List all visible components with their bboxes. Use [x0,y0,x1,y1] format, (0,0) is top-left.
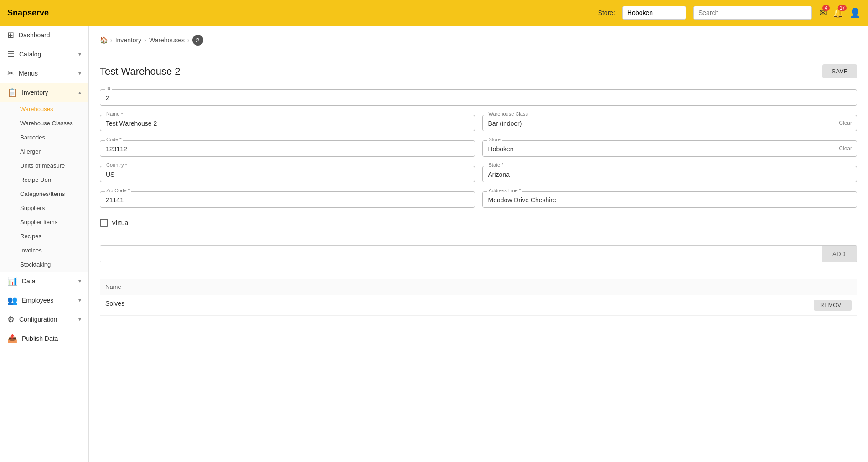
field-id: Id [100,89,857,106]
remove-button[interactable]: REMOVE [814,300,852,311]
app-logo: Snapserve [7,8,591,18]
sidebar-item-invoices[interactable]: Invoices [0,243,88,257]
chevron-down-icon: ▾ [78,297,81,303]
field-code-input[interactable] [106,144,469,154]
virtual-label: Virtual [112,219,129,226]
sidebar-item-barcodes[interactable]: Barcodes [0,130,88,144]
store-input[interactable] [622,6,686,20]
user-avatar-button[interactable]: 👤 [849,7,861,18]
form-row-code: Code * Store Clear [100,140,857,157]
field-store-input[interactable] [488,144,852,154]
sidebar-item-label: Dashboard [19,31,81,39]
form-row-name: Name * Warehouse Class Clear [100,115,857,131]
field-state-label: State * [487,162,505,168]
sidebar-item-publish-data[interactable]: 📤 Publish Data [0,329,88,348]
inventory-icon: 📋 [7,87,17,98]
form-row-id: Id [100,89,857,106]
sidebar-item-units-of-measure[interactable]: Units of measure [0,159,88,173]
breadcrumb-home[interactable]: 🏠 [100,36,108,44]
warehouse-class-clear-button[interactable]: Clear [839,120,852,126]
sidebar-item-stocktaking[interactable]: Stocktaking [0,257,88,272]
form-row-country: Country * State * [100,166,857,182]
field-state: State * [482,166,858,182]
form-row-zip: Zip Code * Address Line * [100,191,857,208]
field-store: Store Clear [482,140,858,157]
sidebar-item-label: Data [22,277,74,285]
page-header: Test Warehouse 2 SAVE [100,64,857,78]
sidebar-item-supplier-items[interactable]: Supplier items [0,215,88,229]
virtual-checkbox[interactable] [100,219,108,227]
sidebar-item-label: Publish Data [22,335,81,342]
field-address-label: Address Line * [487,188,523,193]
breadcrumb: 🏠 › Inventory › Warehouses › 2 [100,35,857,46]
chevron-down-icon: ▾ [78,51,81,57]
app-body: ⊞ Dashboard ☰ Catalog ▾ ✂ Menus ▾ 📋 Inve… [0,26,868,462]
header: Snapserve Store: ✉ 4 🔔 17 👤 [0,0,868,26]
breadcrumb-warehouses[interactable]: Warehouses [149,36,185,44]
sidebar-item-inventory[interactable]: 📋 Inventory ▴ [0,83,88,102]
data-table: Name Solves REMOVE [100,279,857,316]
field-name-label: Name * [105,111,124,117]
field-country: Country * [100,166,475,182]
sidebar-item-catalog[interactable]: ☰ Catalog ▾ [0,45,88,64]
sidebar-inventory-submenu: Warehouses Warehouse Classes Barcodes Al… [0,102,88,272]
notification-button[interactable]: 🔔 17 [832,7,844,18]
sidebar-item-label: Menus [19,70,74,77]
sidebar-item-label: Inventory [22,89,74,96]
add-button[interactable]: ADD [822,245,857,262]
field-state-input[interactable] [488,170,852,179]
chevron-down-icon: ▾ [78,278,81,284]
field-warehouse-class: Warehouse Class Clear [482,115,858,131]
sidebar-item-configuration[interactable]: ⚙ Configuration ▾ [0,310,88,329]
dashboard-icon: ⊞ [7,30,14,40]
field-zip: Zip Code * [100,191,475,208]
page-divider [100,55,857,55]
sidebar-item-employees[interactable]: 👥 Employees ▾ [0,291,88,310]
field-zip-label: Zip Code * [105,188,131,193]
field-id-label: Id [105,86,112,91]
table-col-name: Name [100,279,857,295]
mail-button[interactable]: ✉ 4 [819,7,827,18]
field-zip-input[interactable] [106,195,469,205]
sidebar-item-label: Catalog [19,51,74,58]
chevron-down-icon: ▾ [78,316,81,323]
configuration-icon: ⚙ [7,314,15,324]
sidebar-item-allergen[interactable]: Allergen [0,144,88,159]
table-row: Solves REMOVE [100,295,857,316]
form-section: Id Name * Warehouse Class Clear [100,89,857,316]
sidebar-item-warehouses[interactable]: Warehouses [0,102,88,116]
sidebar-item-label: Employees [22,297,74,304]
sidebar-item-dashboard[interactable]: ⊞ Dashboard [0,26,88,45]
breadcrumb-inventory[interactable]: Inventory [115,36,142,44]
search-input[interactable] [693,6,812,20]
sidebar-item-data[interactable]: 📊 Data ▾ [0,272,88,291]
menus-icon: ✂ [7,68,14,78]
chevron-up-icon: ▴ [78,89,81,96]
field-warehouse-class-input[interactable] [488,119,852,128]
main-content: 🏠 › Inventory › Warehouses › 2 Test Ware… [89,26,868,462]
field-store-label: Store [487,137,502,142]
table-cell-name: Solves REMOVE [100,295,857,316]
field-address-input[interactable] [488,195,852,205]
publish-data-icon: 📤 [7,334,17,344]
field-name-input[interactable] [106,119,469,128]
virtual-checkbox-row: Virtual [100,217,857,229]
breadcrumb-sep: › [110,36,113,44]
add-row: ADD [100,245,857,262]
sidebar-item-recipes[interactable]: Recipes [0,229,88,243]
sidebar-item-recipe-uom[interactable]: Recipe Uom [0,173,88,187]
sidebar-item-menus[interactable]: ✂ Menus ▾ [0,64,88,83]
sidebar-item-warehouse-classes[interactable]: Warehouse Classes [0,116,88,130]
sidebar-item-categories-items[interactable]: Categories/Items [0,187,88,201]
add-input[interactable] [100,245,822,262]
header-icons: ✉ 4 🔔 17 👤 [819,7,861,18]
chevron-down-icon: ▾ [78,70,81,77]
field-id-input[interactable] [106,93,851,103]
field-warehouse-class-label: Warehouse Class [487,111,529,117]
save-button[interactable]: SAVE [822,64,857,78]
page-title: Test Warehouse 2 [100,66,181,77]
sidebar-item-suppliers[interactable]: Suppliers [0,201,88,215]
field-country-input[interactable] [106,170,469,179]
field-country-label: Country * [105,162,129,168]
store-clear-button[interactable]: Clear [839,145,852,152]
